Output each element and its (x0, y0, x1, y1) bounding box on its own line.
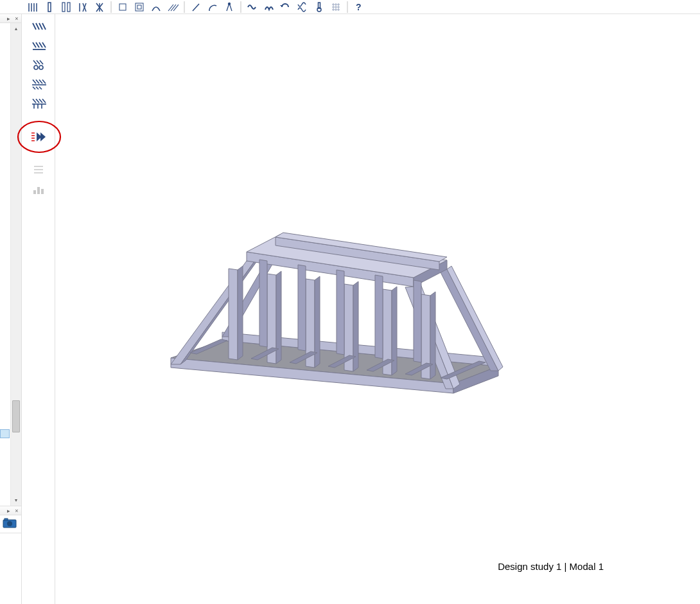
svg-line-40 (33, 42, 36, 48)
constraint-support[interactable] (30, 96, 48, 111)
run-analysis[interactable] (30, 130, 48, 144)
svg-line-17 (171, 4, 176, 11)
svg-rect-77 (41, 189, 44, 194)
svg-marker-104 (392, 287, 397, 375)
model-render (145, 194, 518, 400)
left-panel-close-icon[interactable]: × (13, 15, 20, 22)
constraint-fixed[interactable] (30, 19, 48, 33)
svg-line-10 (96, 3, 103, 12)
svg-point-48 (34, 66, 38, 69)
svg-line-9 (83, 3, 86, 12)
constraint-roller[interactable] (30, 58, 48, 72)
svg-line-19 (193, 4, 199, 11)
analysis-2[interactable] (262, 1, 276, 13)
sketch-1[interactable] (189, 1, 203, 13)
camera-icon[interactable] (3, 518, 17, 528)
svg-marker-110 (375, 275, 383, 359)
svg-marker-71 (40, 132, 46, 141)
svg-line-45 (33, 60, 37, 64)
bar-tool-1[interactable] (26, 1, 40, 13)
svg-line-46 (37, 60, 40, 64)
svg-rect-5 (62, 3, 65, 12)
scroll-thumb[interactable] (12, 400, 20, 432)
svg-marker-107 (259, 260, 267, 347)
bar-tool-5[interactable] (92, 1, 107, 13)
svg-line-43 (42, 42, 46, 48)
analysis-4[interactable] (295, 1, 310, 13)
study-name-label: Design study 1 | Modal 1 (498, 561, 604, 572)
svg-line-57 (39, 87, 42, 89)
help[interactable]: ? (352, 1, 366, 13)
svg-marker-23 (280, 5, 283, 7)
svg-line-51 (36, 80, 39, 84)
svg-line-20 (227, 3, 229, 11)
svg-rect-35 (4, 519, 8, 520)
svg-line-59 (36, 99, 39, 103)
svg-rect-13 (119, 4, 126, 10)
left-panel-2-pin-icon[interactable]: ▸ (5, 508, 12, 514)
svg-line-16 (168, 4, 173, 11)
svg-marker-106 (430, 292, 435, 379)
svg-rect-75 (33, 190, 36, 194)
constraint-pin[interactable] (30, 39, 48, 53)
svg-line-55 (33, 87, 35, 89)
sel-tool-4[interactable] (166, 1, 180, 13)
svg-line-50 (33, 80, 36, 84)
svg-line-37 (36, 23, 39, 30)
svg-line-53 (42, 80, 46, 84)
svg-point-34 (7, 521, 12, 526)
svg-rect-6 (67, 3, 70, 12)
left-panel-pin-icon[interactable]: ▸ (5, 15, 12, 22)
analysis-3[interactable] (279, 1, 293, 13)
scroll-down-icon[interactable]: ▾ (11, 495, 21, 506)
svg-line-11 (96, 3, 103, 12)
svg-line-58 (33, 99, 36, 103)
svg-line-18 (173, 4, 179, 11)
main-toolbar: ? (0, 0, 700, 14)
svg-marker-96 (238, 266, 243, 360)
svg-line-60 (39, 99, 42, 103)
svg-rect-14 (136, 3, 143, 11)
bar-tool-4[interactable] (76, 1, 90, 13)
svg-point-24 (317, 8, 321, 12)
sketch-2[interactable] (206, 1, 220, 13)
analysis-5[interactable] (312, 1, 326, 13)
bar-tool-3[interactable] (59, 1, 73, 13)
analysis-6[interactable] (329, 1, 343, 13)
analysis-1[interactable] (245, 1, 259, 13)
analysis-side-toolbar (22, 14, 55, 604)
svg-line-36 (33, 23, 36, 30)
svg-rect-25 (319, 3, 320, 8)
left-panel-scrollbar[interactable]: ▴ ▾ (10, 23, 21, 506)
svg-line-42 (39, 42, 42, 48)
left-panel-row-selected[interactable] (0, 429, 10, 438)
svg-rect-4 (48, 3, 51, 12)
svg-marker-111 (414, 280, 421, 362)
left-panel-2-header: ▸ × (0, 506, 21, 515)
left-panel-2-close-icon[interactable]: × (13, 508, 20, 514)
bar-tool-2[interactable] (42, 1, 57, 13)
svg-rect-15 (137, 5, 141, 9)
model-viewport[interactable]: Design study 1 | Modal 1 (55, 14, 700, 604)
svg-rect-76 (37, 187, 40, 194)
results-chart (30, 182, 48, 197)
svg-text:?: ? (356, 2, 362, 12)
svg-point-22 (229, 3, 231, 4)
scroll-up-icon[interactable]: ▴ (11, 23, 21, 34)
svg-line-8 (83, 3, 86, 12)
sel-tool-3[interactable] (149, 1, 163, 13)
svg-point-49 (39, 66, 43, 69)
svg-line-38 (39, 23, 42, 30)
svg-marker-108 (298, 265, 306, 351)
constraint-ground[interactable] (30, 77, 48, 91)
left-panel: ▸ × ▴ ▾ ▸ × (0, 14, 22, 604)
sel-tool-1[interactable] (116, 1, 130, 13)
svg-line-52 (39, 80, 42, 84)
svg-line-61 (42, 99, 46, 103)
sketch-3[interactable] (222, 1, 236, 13)
left-panel-header: ▸ × (0, 14, 21, 23)
svg-line-47 (40, 60, 43, 64)
svg-line-41 (36, 42, 39, 48)
svg-marker-70 (37, 132, 42, 141)
sel-tool-2[interactable] (132, 1, 146, 13)
